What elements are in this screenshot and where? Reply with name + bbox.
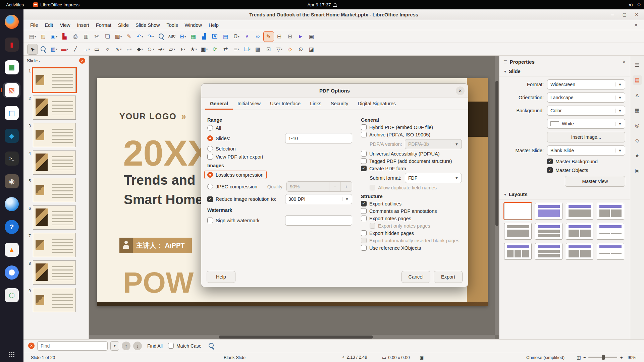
layout-6[interactable] [535,223,562,240]
slide-thumbnail-5[interactable]: 5 [23,176,89,204]
save-icon[interactable]: ▣▾ [49,32,59,42]
redo-icon[interactable]: ↷▾ [146,32,156,42]
find-replace-icon[interactable] [156,32,166,42]
menu-help[interactable]: Help [205,21,222,29]
use-reference-xobjects-checkbox[interactable] [361,245,367,251]
gallery-deck-icon[interactable]: ▦ [633,106,642,115]
slide-thumbnail-9[interactable]: 9 [23,286,89,314]
minimize-button[interactable]: – [608,11,616,19]
slide-thumbnail-image[interactable] [33,123,76,147]
master-slide-icon[interactable]: ▣ [307,32,317,42]
zoom-slider-thumb[interactable] [602,355,605,360]
slide-thumbnail-image[interactable] [33,178,76,202]
select-icon[interactable]: ➤ [28,44,38,54]
rotate-icon[interactable]: ⟳ [210,44,220,54]
layout-4[interactable] [597,203,624,220]
menu-tools[interactable]: Tools [163,21,181,29]
close-findbar-button[interactable]: ✕ [28,343,35,349]
lossless-compression-radio[interactable] [207,172,213,178]
slide-thumbnail-image[interactable] [33,96,76,120]
vertical-scrollbar[interactable] [495,56,499,335]
slide-section-header[interactable]: ▼ Slide [499,67,630,76]
slides-panel-close-icon[interactable]: ✕ [79,58,85,64]
tab-digital-signatures[interactable]: Digital Signatures [353,98,400,110]
create-pdf-form-checkbox[interactable] [361,166,367,171]
comments-annotations-checkbox[interactable] [361,208,367,214]
reduce-resolution-checkbox[interactable] [207,196,213,202]
slides-range-input[interactable] [285,133,352,143]
special-character-icon[interactable]: Ω▾ [231,32,241,42]
paste-icon[interactable]: ▧▾ [113,32,123,42]
insert-image-button[interactable]: Insert Image... [547,132,625,142]
menu-window[interactable]: Window [181,21,205,29]
3d-objects-icon[interactable]: ▣▾ [199,44,209,54]
menu-file[interactable]: File [27,21,41,29]
connector-icon[interactable]: ⌐▾ [124,44,134,54]
master-objects-checkbox[interactable] [547,167,553,173]
horizontal-scrollbar-thumb[interactable] [219,336,373,339]
master-view-button[interactable]: Master View [565,176,625,187]
slide-thumbnail-1[interactable]: 1 [23,66,89,94]
dock-vlc[interactable]: ▲ [3,242,20,257]
layout-2[interactable] [535,203,562,220]
new-document-icon[interactable]: ▤▾ [28,32,38,42]
layout-11[interactable] [566,243,593,260]
tab-initial-view[interactable]: Initial View [233,98,265,110]
dock-vscode[interactable]: ◆ [3,128,20,143]
dock-app-dark[interactable]: ▮ [3,37,20,52]
find-previous-button[interactable]: ↑ [122,342,130,350]
layouts-section-header[interactable]: ▼ Layouts [499,190,630,199]
master-background-checkbox[interactable] [547,159,553,164]
layout-5[interactable] [504,223,532,240]
export-hidden-pages-checkbox[interactable] [361,230,367,236]
print-icon[interactable]: ⎙ [70,32,80,42]
horizontal-scrollbar[interactable] [89,335,495,339]
dialog-titlebar[interactable]: PDF Options ✕ [201,84,468,98]
range-slides-radio[interactable] [207,135,213,141]
fontwork-icon[interactable]: A [242,32,252,42]
pdfa-version-select[interactable]: PDF/A-3b▼ [405,139,462,149]
menu-edit[interactable]: Edit [41,21,56,29]
export-pdf-icon[interactable]: ▙ [60,32,70,42]
slide-thumbnail-image[interactable] [33,288,76,312]
display-grid-icon[interactable]: ⊞ [285,32,295,42]
export-outlines-checkbox[interactable] [361,201,367,206]
arrange-icon[interactable]: ❏▾ [242,44,252,54]
universal-accessibility-checkbox[interactable] [361,151,367,157]
cut-icon[interactable]: ✂ [92,32,102,42]
dock-chromium[interactable] [3,265,20,280]
maximize-button[interactable]: ▢ [621,11,629,19]
flip-icon[interactable]: ⇄ [221,44,231,54]
styles-deck-icon[interactable]: A [633,90,642,100]
insert-image-icon[interactable]: ▦ [189,32,199,42]
fill-color-icon[interactable]: ▨▾ [49,44,59,54]
tab-security[interactable]: Security [326,98,353,110]
tab-links[interactable]: Links [305,98,326,110]
master-slide-select[interactable]: Blank Slide▼ [547,145,625,156]
layout-10[interactable] [535,243,562,260]
range-selection-radio[interactable] [207,146,213,152]
crop-icon[interactable]: ⊡ [264,44,274,54]
dock-libreoffice-impress[interactable]: ▧ [3,82,20,98]
menu-slide[interactable]: Slide [115,21,132,29]
insert-line-icon[interactable]: ╱ [70,44,80,54]
header-footer-icon[interactable]: ▤ [221,32,231,42]
find-next-button[interactable]: ↓ [133,342,142,350]
submit-format-select[interactable]: FDF▼ [405,173,462,183]
dock-firefox[interactable] [3,14,20,29]
arrow-style-icon[interactable]: →▾ [81,44,91,54]
language-status[interactable]: Chinese (simplified) [526,355,565,360]
slide-thumbnail-6[interactable]: 6 [23,204,89,231]
jpeg-compression-radio[interactable] [207,184,213,189]
filter-icon[interactable]: ▽▾ [274,44,284,54]
extrusion-icon[interactable]: ◪ [307,44,317,54]
document-modified-icon[interactable]: ▣ [420,355,424,360]
insert-text-box-icon[interactable]: A [210,32,220,42]
dock-steam[interactable] [3,196,20,212]
layout-9[interactable] [504,243,532,260]
open-file-icon[interactable]: ▨ [38,32,48,42]
hyperlink-icon[interactable]: ∞ [253,32,263,42]
background-type-select[interactable]: Color▼ [547,106,625,116]
dock-gimp[interactable]: ◉ [3,174,20,189]
window-titlebar[interactable]: Trends and Outlook of the Smart Home Mar… [23,9,644,20]
